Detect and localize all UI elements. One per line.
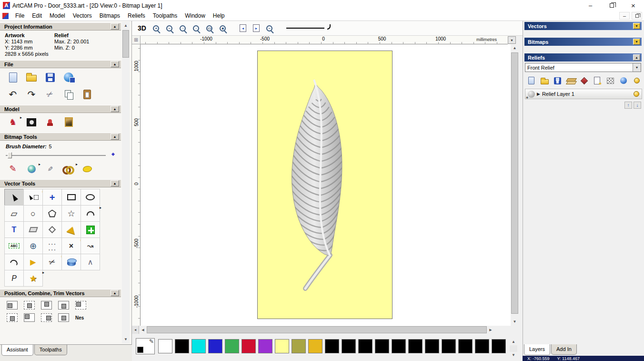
palette-swatch[interactable] <box>442 339 456 353</box>
rollup-button[interactable]: ▲ <box>633 54 640 61</box>
expand-panel-button[interactable]: ▼ <box>633 23 640 29</box>
align-bottom-button[interactable] <box>58 301 69 309</box>
prune-tool[interactable] <box>80 254 100 270</box>
flood-fill-button[interactable] <box>80 162 94 175</box>
polygon-tool[interactable] <box>42 205 62 222</box>
palette-swatch[interactable] <box>225 339 239 353</box>
vectors-panel-header[interactable]: Vectors ▼ <box>524 22 642 30</box>
zoom-selection-button[interactable]: ■ <box>218 23 228 33</box>
palette-scrollbar[interactable] <box>510 339 517 359</box>
greyscale-view-button[interactable] <box>24 115 39 129</box>
move-layer-down-button[interactable]: ↓ <box>634 102 641 109</box>
new-model-button[interactable] <box>6 71 20 84</box>
expand-panel-button[interactable]: ▼ <box>633 39 640 45</box>
distort-tool[interactable] <box>23 221 43 238</box>
mdi-restore-button[interactable] <box>632 12 642 20</box>
palette-swatch[interactable] <box>392 339 406 353</box>
link-colours-button[interactable] <box>61 162 76 175</box>
tab-toolpaths[interactable]: Toolpaths <box>34 345 67 355</box>
relief-layer-name[interactable]: Relief Layer 1 <box>542 91 632 97</box>
palette-swatch[interactable] <box>475 339 489 353</box>
minimize-button[interactable]: – <box>580 0 601 11</box>
smooth-relief-button[interactable] <box>619 76 628 85</box>
bitmap-artboard[interactable] <box>257 51 392 319</box>
scroll-up-icon[interactable] <box>511 44 519 52</box>
scroll-up-icon[interactable] <box>510 339 517 345</box>
palette-swatch[interactable] <box>308 339 322 353</box>
menu-reliefs[interactable]: Reliefs <box>124 11 149 21</box>
menu-edit[interactable]: Edit <box>28 11 46 21</box>
scroll-down-icon[interactable] <box>122 336 130 343</box>
ellipse-tool[interactable] <box>80 189 100 206</box>
distribute-button[interactable] <box>41 313 52 322</box>
palette-swatch[interactable] <box>292 339 306 353</box>
paste-array-button[interactable] <box>58 313 69 322</box>
align-left-button[interactable] <box>7 301 18 309</box>
array-copy-tool[interactable] <box>42 237 62 254</box>
palette-swatch[interactable] <box>258 339 272 353</box>
align-center-button[interactable] <box>24 301 35 309</box>
menu-vectors[interactable]: Vectors <box>69 11 96 21</box>
open-relief-button[interactable] <box>540 76 549 85</box>
palette-swatch[interactable] <box>242 339 256 353</box>
reset-relief-button[interactable] <box>580 76 589 85</box>
align-corner-button[interactable] <box>75 301 86 309</box>
redo-button[interactable] <box>24 88 39 101</box>
scroll-thumb[interactable] <box>122 30 129 58</box>
boundary-tool[interactable] <box>4 270 24 287</box>
cut-button[interactable] <box>43 88 57 101</box>
panel-splitter-button[interactable] <box>132 326 139 334</box>
arc-edit-tool[interactable] <box>4 254 24 270</box>
menu-help[interactable]: Help <box>209 11 229 21</box>
delete-layer-button[interactable] <box>606 76 615 85</box>
assistant-scrollbar[interactable] <box>122 22 130 343</box>
slider-handle[interactable] <box>8 152 12 158</box>
lighting-button[interactable] <box>43 115 57 129</box>
scroll-down-icon[interactable] <box>511 318 519 326</box>
star-wizard-tool[interactable] <box>23 270 43 287</box>
paint-tool-button[interactable] <box>6 162 20 175</box>
menu-file[interactable]: File <box>11 11 28 21</box>
rollup-button[interactable]: ▲ <box>111 290 119 296</box>
menu-model[interactable]: Model <box>46 11 69 21</box>
select-tool[interactable] <box>4 189 24 206</box>
layer-visibility-toggle[interactable] <box>634 91 639 97</box>
save-model-button[interactable] <box>43 71 57 84</box>
rollup-button[interactable]: ▲ <box>111 106 119 112</box>
palette-swatch[interactable] <box>175 339 189 353</box>
text-tool[interactable] <box>4 221 24 238</box>
zoom-in-button[interactable]: + <box>151 23 161 33</box>
restore-button[interactable] <box>601 0 623 11</box>
wrap-text-tool[interactable] <box>23 237 43 254</box>
scroll-down-icon[interactable] <box>510 352 517 359</box>
relief-stack-button[interactable] <box>566 76 575 85</box>
relief-selector-combo[interactable]: Front Relief ▼ <box>525 63 641 72</box>
vertical-scrollbar[interactable] <box>511 44 519 326</box>
brush-diameter-slider[interactable] <box>6 151 114 159</box>
rollup-button[interactable]: ▲ <box>111 23 119 30</box>
menu-toolpaths[interactable]: Toolpaths <box>149 11 181 21</box>
adjust-model-button[interactable] <box>6 115 20 129</box>
scroll-up-icon[interactable] <box>122 22 130 30</box>
trim-vectors-tool[interactable] <box>42 254 62 270</box>
menu-window[interactable]: Window <box>181 11 209 21</box>
zoom-limits-button[interactable]: − <box>264 23 275 33</box>
open-model-button[interactable] <box>24 71 39 84</box>
close-button[interactable]: × <box>623 0 644 11</box>
rollup-button[interactable]: ▲ <box>111 134 119 140</box>
ruler-origin-button[interactable]: ⊞ <box>132 36 141 44</box>
align-bottom-center-button[interactable] <box>7 313 18 322</box>
palette-swatch[interactable] <box>342 339 356 353</box>
palette-swatch[interactable] <box>408 339 423 353</box>
palette-swatch[interactable] <box>358 339 372 353</box>
align-top-button[interactable] <box>41 301 52 309</box>
transform-tool[interactable] <box>23 189 43 206</box>
current-color-chip[interactable] <box>136 338 155 354</box>
palette-swatch[interactable] <box>191 339 206 353</box>
palette-swatch[interactable] <box>275 339 289 353</box>
expander-icon[interactable] <box>537 92 540 96</box>
drawing-canvas[interactable] <box>141 44 511 326</box>
move-layer-up-button[interactable]: ↑ <box>624 102 632 109</box>
document-system-icon[interactable] <box>2 13 9 19</box>
toggle-all-visibility-button[interactable] <box>632 76 641 85</box>
